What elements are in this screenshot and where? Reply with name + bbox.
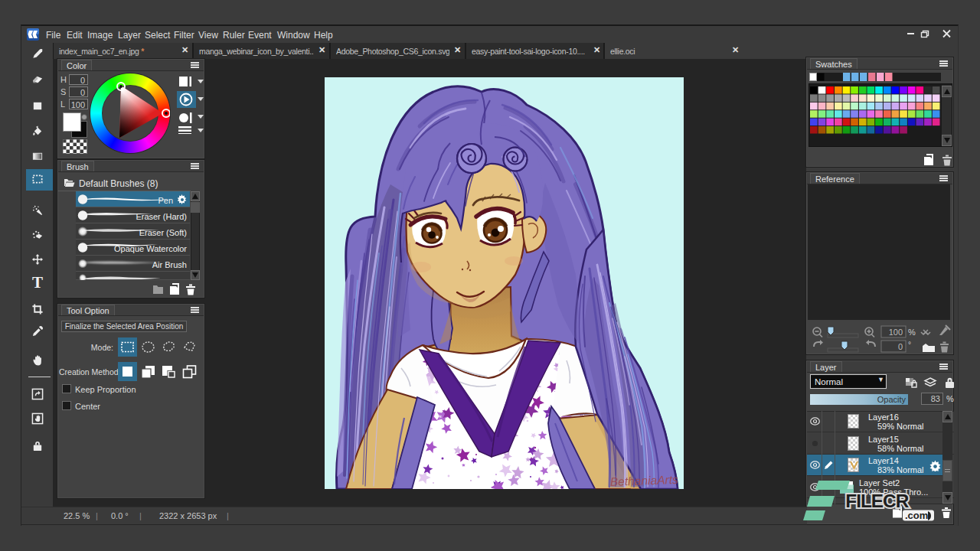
svg-text:BethaniaArts: BethaniaArts: [610, 473, 679, 488]
svg-text:°: °: [908, 341, 911, 349]
svg-text:%: %: [908, 328, 916, 337]
svg-text:.com: .com: [905, 510, 928, 521]
svg-text:100: 100: [889, 328, 903, 337]
svg-text:FILECR: FILECR: [845, 491, 909, 510]
svg-text:0: 0: [898, 342, 903, 351]
